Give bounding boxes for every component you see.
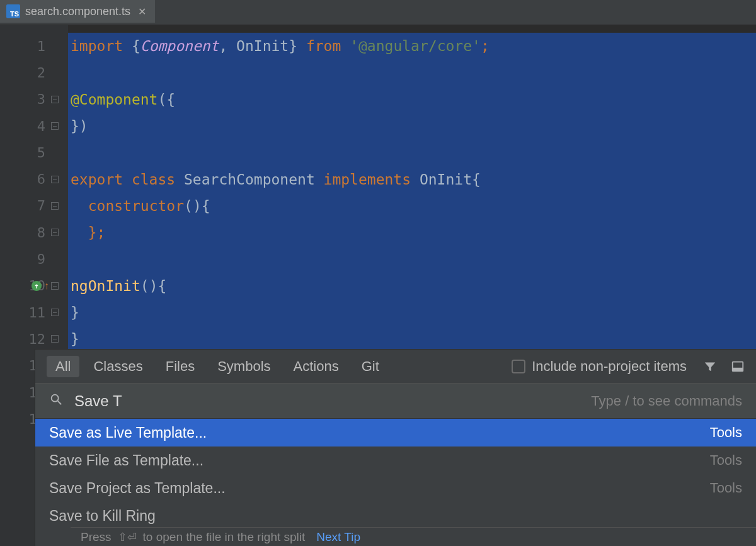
close-icon[interactable]: ✕ (138, 6, 146, 18)
result-category: Tools (710, 452, 742, 469)
search-icon (49, 392, 63, 410)
include-non-project-label: Include non-project items (532, 358, 687, 375)
result-label: Save to Kill Ring (49, 508, 156, 525)
code-line: @Component({ (68, 86, 756, 113)
search-result-item[interactable]: Save File as Template... Tools (35, 446, 756, 474)
editor-tab[interactable]: TS search.component.ts ✕ (0, 0, 155, 25)
svg-point-2 (52, 394, 59, 401)
code-line: } (68, 299, 756, 326)
next-tip-link[interactable]: Next Tip (316, 530, 360, 544)
fold-icon[interactable] (51, 229, 59, 236)
status-bar: Press ⇧⏎ to open the file in the right s… (71, 527, 756, 546)
code-line: import {Component, OnInit} from '@angula… (68, 33, 756, 59)
search-tab-classes[interactable]: Classes (84, 356, 151, 377)
open-in-tool-window-icon[interactable] (731, 360, 745, 373)
line-number: 8 (20, 225, 45, 241)
search-tab-symbols[interactable]: Symbols (209, 356, 279, 377)
code-line (68, 139, 756, 166)
code-line: constructor(){ (68, 193, 756, 219)
code-line: ngOnInit(){ (68, 273, 756, 299)
fold-icon[interactable] (51, 335, 59, 343)
line-number: 6 (20, 171, 45, 187)
fold-icon[interactable] (51, 122, 59, 130)
shortcut-icon: ⇧⏎ (118, 530, 137, 544)
typescript-file-icon: TS (6, 4, 20, 18)
line-number: 12 (20, 331, 45, 347)
search-result-item[interactable]: Save as Live Template... Tools (35, 419, 756, 446)
override-up-icon: ↑ (44, 280, 49, 292)
code-line (68, 59, 756, 86)
search-tab-files[interactable]: Files (157, 356, 203, 377)
code-line (68, 246, 756, 272)
line-number: 5 (20, 145, 45, 161)
result-label: Save File as Template... (49, 452, 203, 469)
fold-icon[interactable] (51, 176, 59, 183)
result-category: Tools (710, 424, 742, 441)
code-line: } (68, 326, 756, 352)
fold-icon[interactable] (51, 96, 59, 103)
svg-line-3 (58, 401, 62, 404)
search-tab-all[interactable]: All (47, 356, 79, 377)
result-label: Save Project as Template... (49, 480, 226, 497)
line-number: 2 (20, 65, 45, 81)
search-tabs: All Classes Files Symbols Actions Git In… (35, 350, 756, 384)
line-number: 9 (20, 251, 45, 267)
line-number: 1 (20, 38, 45, 54)
result-label: Save as Live Template... (49, 424, 207, 441)
fold-icon[interactable] (51, 282, 59, 290)
result-category: Tools (710, 480, 742, 496)
svg-rect-1 (733, 367, 743, 371)
include-non-project-checkbox[interactable]: Include non-project items (512, 358, 687, 375)
search-result-item[interactable]: Save Project as Template... Tools (35, 474, 756, 502)
search-result-item[interactable]: Save to Kill Ring (35, 502, 756, 530)
line-number: 11 (20, 305, 45, 321)
tab-filename: search.component.ts (25, 5, 130, 18)
line-number: 4 (20, 118, 45, 134)
fold-icon[interactable] (51, 309, 59, 316)
override-gutter-icon[interactable] (32, 281, 42, 291)
filter-icon[interactable] (703, 360, 717, 373)
fold-icon[interactable] (51, 202, 59, 210)
checkbox-icon (512, 360, 525, 373)
ide-root: TS search.component.ts ✕ 1 2 3 4 5 6 7 8… (0, 0, 756, 546)
line-number: 3 (20, 91, 45, 107)
search-hint: Type / to see commands (591, 393, 742, 409)
search-input[interactable]: Save T (74, 392, 580, 410)
code-line: }; (68, 219, 756, 246)
code-line: export class SearchComponent implements … (68, 166, 756, 192)
status-text-suffix: to open the file in the right split (143, 530, 306, 544)
search-tab-git[interactable]: Git (353, 356, 388, 377)
search-input-row: Save T Type / to see commands (35, 384, 756, 419)
tab-bar: TS search.component.ts ✕ (0, 0, 756, 25)
code-line: }) (68, 113, 756, 139)
status-text-prefix: Press (81, 530, 112, 544)
line-number: 7 (20, 198, 45, 213)
search-results-list: Save as Live Template... Tools Save File… (35, 419, 756, 530)
search-tab-actions[interactable]: Actions (285, 356, 348, 377)
search-everywhere-popup: All Classes Files Symbols Actions Git In… (35, 350, 756, 546)
